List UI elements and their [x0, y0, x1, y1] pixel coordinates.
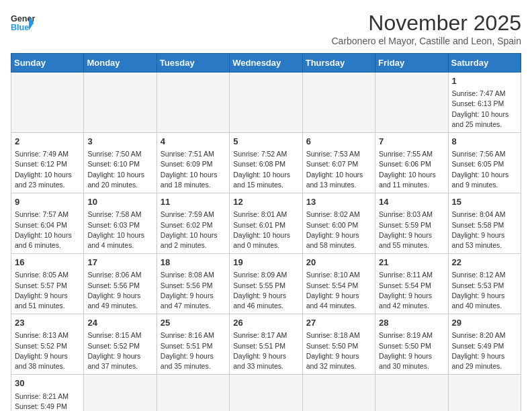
weekday-header-friday: Friday [375, 54, 448, 73]
calendar-day-cell: 22Sunrise: 8:12 AM Sunset: 5:53 PM Dayli… [448, 254, 521, 314]
calendar-day-cell: 1Sunrise: 7:47 AM Sunset: 6:13 PM Daylig… [448, 73, 521, 133]
day-number: 12 [233, 196, 298, 208]
calendar-week-row: 16Sunrise: 8:05 AM Sunset: 5:57 PM Dayli… [11, 254, 521, 314]
day-number: 28 [379, 317, 444, 329]
day-number: 10 [87, 196, 152, 208]
day-info: Sunrise: 7:51 AM Sunset: 6:09 PM Dayligh… [161, 149, 226, 190]
day-number: 25 [161, 317, 226, 329]
calendar-day-cell: 9Sunrise: 7:57 AM Sunset: 6:04 PM Daylig… [11, 193, 84, 254]
logo: General Blue [11, 11, 35, 35]
day-info: Sunrise: 8:19 AM Sunset: 5:50 PM Dayligh… [379, 330, 444, 371]
day-number: 22 [452, 257, 517, 269]
calendar-day-cell [157, 375, 229, 411]
day-number: 6 [306, 136, 371, 148]
weekday-header-row: SundayMondayTuesdayWednesdayThursdayFrid… [11, 54, 521, 73]
calendar-day-cell: 11Sunrise: 7:59 AM Sunset: 6:02 PM Dayli… [157, 193, 229, 254]
calendar-day-cell: 29Sunrise: 8:20 AM Sunset: 5:49 PM Dayli… [448, 314, 521, 375]
day-number: 8 [452, 136, 517, 148]
day-number: 14 [379, 196, 444, 208]
day-info: Sunrise: 8:04 AM Sunset: 5:58 PM Dayligh… [452, 210, 517, 250]
calendar-day-cell [230, 73, 302, 133]
calendar-day-cell: 14Sunrise: 8:03 AM Sunset: 5:59 PM Dayli… [375, 193, 448, 254]
day-number: 3 [87, 136, 152, 148]
weekday-header-sunday: Sunday [11, 54, 84, 73]
day-info: Sunrise: 7:47 AM Sunset: 6:13 PM Dayligh… [452, 89, 517, 130]
day-number: 9 [15, 196, 80, 208]
day-number: 1 [452, 75, 517, 87]
calendar-day-cell: 30Sunrise: 8:21 AM Sunset: 5:49 PM Dayli… [11, 375, 84, 411]
day-info: Sunrise: 8:02 AM Sunset: 6:00 PM Dayligh… [306, 210, 371, 250]
weekday-header-saturday: Saturday [448, 54, 521, 73]
day-number: 19 [233, 257, 298, 269]
calendar-day-cell: 17Sunrise: 8:06 AM Sunset: 5:56 PM Dayli… [84, 254, 157, 314]
calendar-day-cell [375, 73, 448, 133]
calendar-week-row: 23Sunrise: 8:13 AM Sunset: 5:52 PM Dayli… [11, 314, 521, 375]
day-number: 21 [379, 257, 444, 269]
svg-text:Blue: Blue [11, 23, 29, 32]
day-info: Sunrise: 8:17 AM Sunset: 5:51 PM Dayligh… [233, 330, 298, 371]
calendar-day-cell: 18Sunrise: 8:08 AM Sunset: 5:56 PM Dayli… [157, 254, 229, 314]
day-info: Sunrise: 8:21 AM Sunset: 5:49 PM Dayligh… [15, 392, 80, 412]
day-number: 11 [161, 196, 226, 208]
calendar-day-cell: 16Sunrise: 8:05 AM Sunset: 5:57 PM Dayli… [11, 254, 84, 314]
weekday-header-monday: Monday [84, 54, 157, 73]
weekday-header-thursday: Thursday [302, 54, 375, 73]
day-info: Sunrise: 8:05 AM Sunset: 5:57 PM Dayligh… [15, 270, 80, 311]
location-title: Carbonero el Mayor, Castille and Leon, S… [331, 36, 521, 46]
calendar-day-cell [84, 375, 157, 411]
calendar-day-cell: 13Sunrise: 8:02 AM Sunset: 6:00 PM Dayli… [302, 193, 375, 254]
day-number: 29 [452, 317, 517, 329]
day-info: Sunrise: 7:58 AM Sunset: 6:03 PM Dayligh… [87, 210, 152, 250]
day-info: Sunrise: 7:57 AM Sunset: 6:04 PM Dayligh… [15, 210, 80, 250]
calendar-day-cell: 23Sunrise: 8:13 AM Sunset: 5:52 PM Dayli… [11, 314, 84, 375]
day-number: 17 [87, 257, 152, 269]
day-number: 26 [233, 317, 298, 329]
day-number: 5 [233, 136, 298, 148]
calendar-day-cell: 5Sunrise: 7:52 AM Sunset: 6:08 PM Daylig… [230, 133, 302, 193]
day-info: Sunrise: 8:08 AM Sunset: 5:56 PM Dayligh… [161, 270, 226, 311]
calendar-day-cell: 26Sunrise: 8:17 AM Sunset: 5:51 PM Dayli… [230, 314, 302, 375]
calendar: SundayMondayTuesdayWednesdayThursdayFrid… [11, 53, 521, 411]
title-block: November 2025 Carbonero el Mayor, Castil… [331, 11, 521, 46]
calendar-week-row: 30Sunrise: 8:21 AM Sunset: 5:49 PM Dayli… [11, 375, 521, 411]
day-number: 13 [306, 196, 371, 208]
calendar-day-cell: 10Sunrise: 7:58 AM Sunset: 6:03 PM Dayli… [84, 193, 157, 254]
day-number: 20 [306, 257, 371, 269]
calendar-day-cell: 6Sunrise: 7:53 AM Sunset: 6:07 PM Daylig… [302, 133, 375, 193]
day-info: Sunrise: 7:55 AM Sunset: 6:06 PM Dayligh… [379, 149, 444, 190]
calendar-day-cell: 21Sunrise: 8:11 AM Sunset: 5:54 PM Dayli… [375, 254, 448, 314]
calendar-week-row: 1Sunrise: 7:47 AM Sunset: 6:13 PM Daylig… [11, 73, 521, 133]
calendar-day-cell [375, 375, 448, 411]
month-title: November 2025 [331, 11, 521, 36]
day-info: Sunrise: 8:13 AM Sunset: 5:52 PM Dayligh… [15, 330, 80, 371]
day-info: Sunrise: 7:53 AM Sunset: 6:07 PM Dayligh… [306, 149, 371, 190]
calendar-week-row: 9Sunrise: 7:57 AM Sunset: 6:04 PM Daylig… [11, 193, 521, 254]
calendar-day-cell: 25Sunrise: 8:16 AM Sunset: 5:51 PM Dayli… [157, 314, 229, 375]
day-info: Sunrise: 7:56 AM Sunset: 6:05 PM Dayligh… [452, 149, 517, 190]
day-info: Sunrise: 8:01 AM Sunset: 6:01 PM Dayligh… [233, 210, 298, 250]
calendar-day-cell [157, 73, 229, 133]
day-info: Sunrise: 7:49 AM Sunset: 6:12 PM Dayligh… [15, 149, 80, 190]
day-info: Sunrise: 8:03 AM Sunset: 5:59 PM Dayligh… [379, 210, 444, 250]
header: General Blue November 2025 Carbonero el … [11, 11, 521, 46]
day-info: Sunrise: 8:12 AM Sunset: 5:53 PM Dayligh… [452, 270, 517, 311]
calendar-day-cell: 4Sunrise: 7:51 AM Sunset: 6:09 PM Daylig… [157, 133, 229, 193]
day-info: Sunrise: 8:09 AM Sunset: 5:55 PM Dayligh… [233, 270, 298, 311]
day-number: 16 [15, 257, 80, 269]
weekday-header-wednesday: Wednesday [230, 54, 302, 73]
calendar-day-cell: 20Sunrise: 8:10 AM Sunset: 5:54 PM Dayli… [302, 254, 375, 314]
calendar-day-cell: 8Sunrise: 7:56 AM Sunset: 6:05 PM Daylig… [448, 133, 521, 193]
day-number: 4 [161, 136, 226, 148]
calendar-day-cell: 2Sunrise: 7:49 AM Sunset: 6:12 PM Daylig… [11, 133, 84, 193]
calendar-day-cell: 15Sunrise: 8:04 AM Sunset: 5:58 PM Dayli… [448, 193, 521, 254]
day-info: Sunrise: 7:59 AM Sunset: 6:02 PM Dayligh… [161, 210, 226, 250]
logo-icon: General Blue [11, 11, 35, 35]
day-info: Sunrise: 8:15 AM Sunset: 5:52 PM Dayligh… [87, 330, 152, 371]
calendar-day-cell: 19Sunrise: 8:09 AM Sunset: 5:55 PM Dayli… [230, 254, 302, 314]
calendar-day-cell [302, 375, 375, 411]
day-info: Sunrise: 8:18 AM Sunset: 5:50 PM Dayligh… [306, 330, 371, 371]
day-info: Sunrise: 7:52 AM Sunset: 6:08 PM Dayligh… [233, 149, 298, 190]
day-info: Sunrise: 8:16 AM Sunset: 5:51 PM Dayligh… [161, 330, 226, 371]
calendar-day-cell [84, 73, 157, 133]
day-info: Sunrise: 8:11 AM Sunset: 5:54 PM Dayligh… [379, 270, 444, 311]
